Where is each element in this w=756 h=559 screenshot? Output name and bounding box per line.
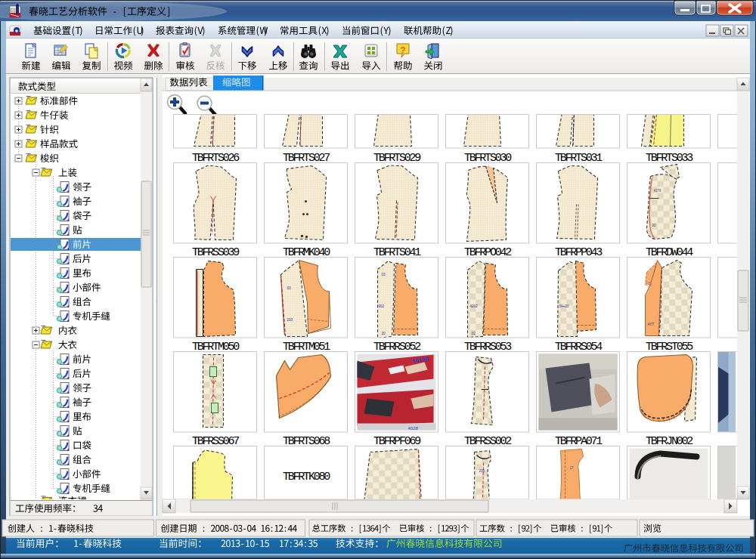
svg-text:TBFRDW044: TBFRDW044: [646, 246, 693, 259]
svg-text:4278: 4278: [654, 189, 662, 193]
svg-text:02: 02: [472, 332, 476, 335]
svg-text:TBFRRS052: TBFRRS052: [373, 341, 420, 354]
svg-text:TBFRTS068: TBFRTS068: [283, 435, 330, 448]
svg-text:03: 03: [382, 273, 386, 276]
svg-text:03: 03: [287, 286, 292, 290]
svg-text:TBFRTS026: TBFRTS026: [192, 152, 240, 165]
svg-text:TBFRTS033: TBFRTS033: [646, 152, 693, 165]
svg-text:TBFRSS002: TBFRSS002: [464, 435, 511, 448]
svg-text:TBFRTS030: TBFRTS030: [464, 152, 512, 165]
svg-text:203: 203: [287, 318, 293, 322]
svg-text:TBFRJN002: TBFRJN002: [646, 435, 692, 448]
svg-text:TBFRTS041: TBFRTS041: [373, 246, 421, 259]
svg-text:4028: 4028: [408, 426, 419, 431]
svg-text:?: ?: [400, 45, 405, 56]
svg-text:TBFRTM050: TBFRTM050: [192, 341, 240, 354]
svg-text:4202: 4202: [470, 304, 479, 308]
svg-text:AYT: AYT: [648, 323, 655, 326]
svg-text:TBFRST055: TBFRST055: [646, 341, 693, 354]
svg-text:TBFRTS029: TBFRTS029: [373, 152, 420, 165]
svg-text:90: 90: [652, 224, 657, 227]
svg-text:TBFRPO042: TBFRPO042: [464, 246, 511, 259]
svg-text:TBFRTK080: TBFRTK080: [283, 471, 330, 483]
svg-text:TBFRTS027: TBFRTS027: [283, 152, 330, 165]
svg-text:TBFRRS054: TBFRRS054: [555, 341, 603, 354]
svg-text:TBFRTM051: TBFRTM051: [283, 341, 330, 354]
svg-text:TBFRPP043: TBFRPP043: [555, 246, 603, 259]
svg-text:TBFRMK040: TBFRMK040: [283, 246, 330, 259]
svg-text:34+20: 34+20: [559, 304, 569, 308]
svg-text:17: 17: [570, 466, 575, 470]
svg-text:242: 242: [646, 283, 652, 286]
svg-text:TBFRPA071: TBFRPA071: [555, 435, 603, 448]
svg-text:TBFRTS031: TBFRTS031: [555, 152, 603, 165]
svg-text:20: 20: [382, 332, 386, 335]
svg-text:205: 205: [479, 469, 485, 473]
svg-text:TBFRRS053: TBFRRS053: [464, 341, 512, 354]
svg-text:TBFRPF069: TBFRPF069: [373, 435, 420, 448]
svg-text:902: 902: [379, 304, 385, 308]
svg-text:TBFRSS039: TBFRSS039: [192, 246, 239, 259]
svg-text:TBFRSS067: TBFRSS067: [192, 435, 239, 448]
